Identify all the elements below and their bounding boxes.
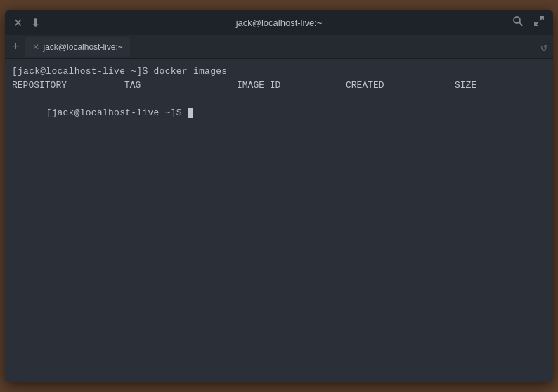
col-created: CREATED bbox=[346, 79, 455, 93]
close-button[interactable]: ✕ bbox=[12, 15, 24, 31]
tab-history-button[interactable]: ↺ bbox=[540, 40, 550, 54]
command-line-3: [jack@localhost-live ~]$ bbox=[12, 92, 546, 133]
terminal-body[interactable]: [jack@localhost-live ~]$ docker images R… bbox=[5, 59, 553, 382]
column-headers: REPOSITORY TAG IMAGE ID CREATED SIZE bbox=[12, 79, 546, 93]
col-image-id: IMAGE ID bbox=[237, 79, 346, 93]
close-icon: ✕ bbox=[13, 16, 22, 30]
search-icon bbox=[512, 15, 524, 30]
maximize-icon bbox=[533, 15, 545, 30]
tab-bar: + ✕ jack@localhost-live:~ ↺ bbox=[5, 35, 553, 59]
tab-close-button[interactable]: ✕ bbox=[32, 42, 39, 52]
download-icon: ⬇ bbox=[31, 16, 40, 30]
maximize-button[interactable] bbox=[532, 14, 546, 31]
col-repository: REPOSITORY bbox=[12, 79, 124, 93]
window-title: jack@localhost-live:~ bbox=[236, 18, 323, 28]
title-bar-left: ✕ ⬇ bbox=[12, 15, 41, 31]
title-bar-right bbox=[511, 14, 546, 31]
col-tag: TAG bbox=[124, 79, 237, 93]
svg-line-1 bbox=[519, 22, 523, 26]
col-size: SIZE bbox=[455, 79, 511, 93]
command-line-1: [jack@localhost-live ~]$ docker images bbox=[12, 65, 546, 79]
terminal-window: ✕ ⬇ jack@localhost-live:~ bbox=[5, 10, 553, 382]
svg-point-0 bbox=[514, 17, 520, 23]
download-button[interactable]: ⬇ bbox=[30, 15, 41, 31]
add-tab-button[interactable]: + bbox=[8, 38, 24, 55]
tab-label: jack@localhost-live:~ bbox=[44, 42, 123, 52]
cursor bbox=[188, 108, 193, 118]
search-button[interactable] bbox=[511, 14, 525, 31]
title-bar: ✕ ⬇ jack@localhost-live:~ bbox=[5, 10, 553, 35]
tab-0[interactable]: ✕ jack@localhost-live:~ bbox=[25, 37, 130, 57]
